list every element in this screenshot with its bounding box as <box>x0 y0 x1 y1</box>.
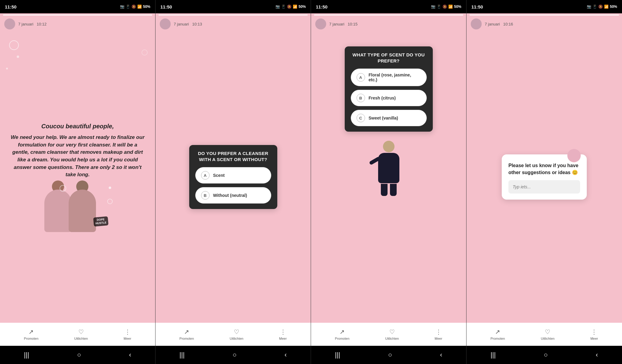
nav-bar-4: ||| ○ ‹ <box>466 346 622 364</box>
story-meta-3: 7 januari 10:15 <box>329 22 357 26</box>
story-date-4: 7 januari 10:16 <box>485 22 513 26</box>
phone-panel-2: 11:50 📷 📱 🔕 📶 50% 7 januari 10:13 DO YOU… <box>156 0 311 364</box>
status-icons-4: 📷 📱 🔕 📶 50% <box>587 5 617 9</box>
story-header-3: 7 januari 10:15 <box>311 15 466 31</box>
meer-btn-4[interactable]: ⋮ Meer <box>590 328 598 340</box>
poll-question-3: WHAT TYPE OF SCENT DO YOU PREFER? <box>351 52 427 64</box>
status-time-1: 11:50 <box>5 4 16 9</box>
suggestion-text: Please let us know if you have other sug… <box>508 162 580 176</box>
woman-leg-1 <box>381 184 388 196</box>
chart-icon-1: ↗ <box>29 328 34 335</box>
story-text-block-1: Coucou beautiful people, We need your he… <box>6 122 149 179</box>
back-btn-1[interactable]: ‹ <box>123 349 137 361</box>
story-content-2: DO YOU PREFER A CLEANSER WITH A SCENT OR… <box>156 31 311 323</box>
promoten-btn-4[interactable]: ↗ Promoten <box>490 328 505 340</box>
woman-head <box>383 141 395 152</box>
promoten-btn-2[interactable]: ↗ Promoten <box>179 328 194 340</box>
uitlichten-label-2: Uitlichten <box>230 337 243 340</box>
bottom-bar-4: ↗ Promoten ♡ Uitlichten ⋮ Meer <box>466 323 622 346</box>
home-btn-2[interactable]: ○ <box>227 349 243 361</box>
heart-icon-1: ♡ <box>78 328 84 335</box>
suggestion-card: Please let us know if you have other sug… <box>502 154 587 200</box>
avatar-2 <box>160 19 171 29</box>
girl-body-2 <box>69 190 96 232</box>
story-header-2: 7 januari 10:13 <box>156 15 311 31</box>
dot-1 <box>17 56 19 58</box>
woman-legs <box>381 184 397 196</box>
story-date-2: 7 januari 10:13 <box>174 22 202 26</box>
option-letter-2-a: A <box>201 171 210 180</box>
poll-option-2-a[interactable]: A Scent <box>195 167 271 184</box>
status-icons-3: 📷 📱 🔕 📶 50% <box>431 5 461 9</box>
poll-option-3-a[interactable]: A Floral (rose, jasmine, etc.) <box>351 69 427 86</box>
story-meta-2: 7 januari 10:13 <box>174 22 202 26</box>
promoten-btn-3[interactable]: ↗ Promoten <box>335 328 350 340</box>
option-text-3-b: Fresh (citrus) <box>369 96 396 100</box>
avatar-3 <box>315 19 326 29</box>
woman-arm <box>369 156 381 165</box>
story-date-1: 7 januari 10:12 <box>18 22 46 26</box>
recent-apps-2[interactable]: ||| <box>173 349 191 361</box>
meer-btn-1[interactable]: ⋮ Meer <box>124 328 131 340</box>
promoten-label-3: Promoten <box>335 337 350 340</box>
recent-apps-3[interactable]: ||| <box>329 349 346 361</box>
uitlichten-btn-4[interactable]: ♡ Uitlichten <box>541 328 555 340</box>
story-meta-1: 7 januari 10:12 <box>18 22 46 26</box>
home-btn-4[interactable]: ○ <box>538 349 554 361</box>
recent-apps-4[interactable]: ||| <box>484 349 502 361</box>
nav-bar-3: ||| ○ ‹ <box>311 346 466 364</box>
heart-icon-4: ♡ <box>545 328 550 335</box>
status-icons-2: 📷 📱 🔕 📶 50% <box>275 5 306 9</box>
poll-option-3-b[interactable]: B Fresh (citrus) <box>351 90 427 106</box>
nav-bar-2: ||| ○ ‹ <box>156 346 311 364</box>
girls-illustration: DOPEHUSTLE <box>41 184 114 232</box>
more-icon-1: ⋮ <box>125 328 131 335</box>
home-btn-1[interactable]: ○ <box>71 349 87 361</box>
promoten-btn-1[interactable]: ↗ Promoten <box>24 328 39 340</box>
home-btn-3[interactable]: ○ <box>382 349 398 361</box>
meer-btn-2[interactable]: ⋮ Meer <box>279 328 287 340</box>
phone-panel-3: 11:50 📷 📱 🔕 📶 50% 7 januari 10:15 WHAT T… <box>311 0 466 364</box>
uitlichten-btn-2[interactable]: ♡ Uitlichten <box>230 328 243 340</box>
story-meta-4: 7 januari 10:16 <box>485 22 513 26</box>
story-header-4: 7 januari 10:16 <box>466 15 622 31</box>
chart-icon-2: ↗ <box>184 328 189 335</box>
poll-card-3: WHAT TYPE OF SCENT DO YOU PREFER? A Flor… <box>345 46 433 132</box>
status-bar-4: 11:50 📷 📱 🔕 📶 50% <box>466 0 622 13</box>
heart-icon-3: ♡ <box>389 328 395 335</box>
back-btn-4[interactable]: ‹ <box>590 349 604 361</box>
option-text-2-b: Without (neutral) <box>213 193 247 198</box>
back-btn-2[interactable]: ‹ <box>279 349 293 361</box>
deco-circle-4 <box>107 199 113 204</box>
more-icon-4: ⋮ <box>591 328 597 335</box>
story-header-1: 7 januari 10:12 <box>0 15 155 31</box>
dot-2 <box>6 68 8 69</box>
promoten-label-1: Promoten <box>24 337 39 340</box>
story-date-3: 7 januari 10:15 <box>329 22 357 26</box>
back-btn-3[interactable]: ‹ <box>434 349 448 361</box>
poll-option-3-c[interactable]: C Sweet (vanilla) <box>351 110 427 126</box>
uitlichten-btn-1[interactable]: ♡ Uitlichten <box>74 328 88 340</box>
uitlichten-btn-3[interactable]: ♡ Uitlichten <box>385 328 399 340</box>
story-content-3: WHAT TYPE OF SCENT DO YOU PREFER? A Flor… <box>311 31 466 323</box>
option-letter-2-b: B <box>201 191 210 200</box>
phone-panel-4: 11:50 📷 📱 🔕 📶 50% 7 januari 10:16 Please… <box>466 0 622 364</box>
bottom-bar-1: ↗ Promoten ♡ Uitlichten ⋮ Meer <box>0 323 155 346</box>
suggestion-input[interactable] <box>508 180 580 194</box>
avatar-1 <box>4 19 15 29</box>
brand-badge: DOPEHUSTLE <box>93 216 108 227</box>
meer-btn-3[interactable]: ⋮ Meer <box>435 328 442 340</box>
uitlichten-label-3: Uitlichten <box>385 337 399 340</box>
option-text-3-a: Floral (rose, jasmine, etc.) <box>369 72 421 82</box>
option-letter-3-b: B <box>357 94 365 102</box>
heart-icon-2: ♡ <box>234 328 239 335</box>
poll-question-2: DO YOU PREFER A CLEANSER WITH A SCENT OR… <box>195 150 271 162</box>
status-bar-3: 11:50 📷 📱 🔕 📶 50% <box>311 0 466 13</box>
poll-option-2-b[interactable]: B Without (neutral) <box>195 187 271 204</box>
woman-leg-2 <box>390 184 397 196</box>
woman-body <box>378 153 399 183</box>
poll-card-2: DO YOU PREFER A CLEANSER WITH A SCENT OR… <box>189 145 277 209</box>
recent-apps-1[interactable]: ||| <box>18 349 35 361</box>
status-time-2: 11:50 <box>160 4 172 9</box>
deco-circle-2 <box>142 49 148 56</box>
